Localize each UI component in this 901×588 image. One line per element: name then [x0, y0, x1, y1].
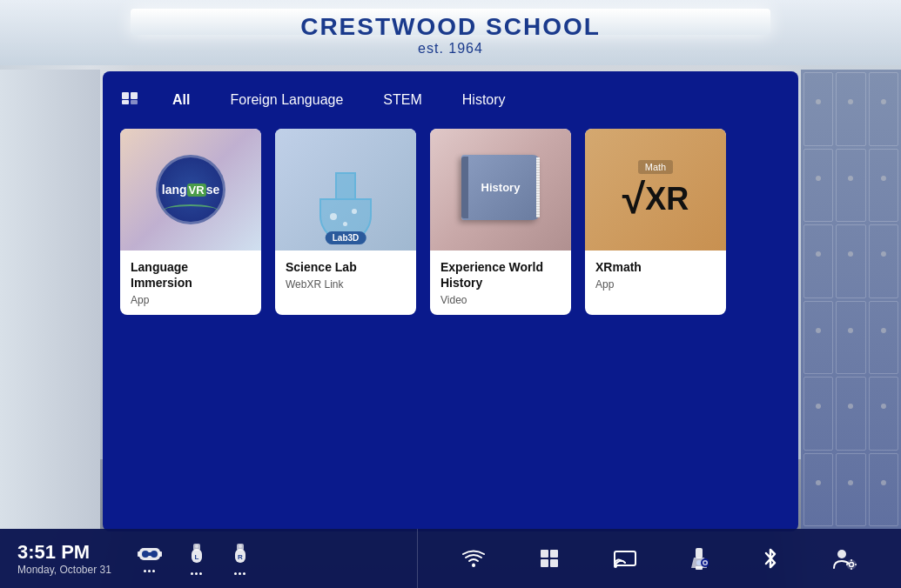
book-cover: History: [461, 155, 540, 220]
locker-unit: [804, 149, 833, 223]
left-wall: [0, 70, 100, 529]
langvr-vr-badge: VR: [187, 184, 206, 197]
langvr-circle: lang VR se: [156, 155, 225, 224]
locker-unit: [869, 453, 898, 527]
controller-left-dots: [191, 572, 202, 575]
flask-bubble: [343, 222, 347, 226]
svg-point-31: [704, 562, 707, 565]
locker-unit: [804, 377, 833, 451]
lab3d-badge: Lab3D: [326, 231, 366, 244]
locker-unit: [869, 377, 898, 451]
langvr-text: lang VR se: [162, 183, 219, 197]
svg-rect-8: [138, 551, 140, 557]
sqrt-symbol: √: [622, 178, 645, 220]
svg-text:R: R: [238, 553, 243, 561]
svg-point-32: [837, 550, 846, 558]
flask-bubble: [330, 213, 337, 220]
card-type: App: [595, 278, 716, 291]
svg-point-16: [239, 545, 242, 548]
xr-text: XR: [645, 181, 689, 217]
locker-unit: [869, 149, 898, 223]
svg-rect-2: [122, 100, 129, 104]
card-language-immersion[interactable]: lang VR se Language Immersion App: [120, 129, 261, 315]
vr-headset-icon: [138, 545, 162, 566]
nav-item-stem[interactable]: STEM: [376, 89, 428, 111]
svg-point-33: [847, 560, 856, 569]
nav-item-all[interactable]: All: [165, 89, 197, 111]
school-title: CRESTWOOD SCHOOL est. 1964: [300, 13, 601, 57]
svg-rect-22: [550, 559, 558, 567]
taskbar-right: [418, 529, 901, 588]
svg-rect-27: [696, 566, 703, 570]
locker-unit: [836, 149, 865, 223]
svg-text:L: L: [194, 553, 198, 561]
svg-rect-25: [696, 548, 703, 558]
svg-point-24: [614, 565, 617, 568]
locker-unit: [836, 453, 865, 527]
nav-item-foreign-language[interactable]: Foreign Language: [223, 89, 350, 111]
cast-button[interactable]: [614, 549, 636, 568]
card-title: XRmath: [595, 259, 716, 275]
controller-left-group[interactable]: L: [188, 542, 205, 575]
locker-unit: [804, 72, 833, 146]
nav-filter-icon: [120, 90, 139, 111]
card-title: Science Lab: [286, 259, 406, 275]
card-body: Experience World History Video: [430, 251, 571, 315]
cards-grid: lang VR se Language Immersion App: [120, 129, 781, 315]
xrmath-display: Math √ XR: [622, 129, 689, 251]
locker-unit: [869, 72, 898, 146]
math-badge: Math: [638, 160, 673, 174]
card-image-xrmath: Math √ XR: [585, 129, 726, 251]
svg-point-18: [472, 564, 475, 567]
svg-point-5: [142, 551, 149, 558]
controller-right-dots: [234, 572, 245, 575]
flask: Lab3D: [319, 172, 372, 242]
grid-button[interactable]: [539, 548, 560, 569]
locker-unit: [804, 453, 833, 527]
card-xrmath[interactable]: Math √ XR XRmath App: [585, 129, 726, 315]
card-body: Science Lab WebXR Link: [275, 251, 416, 299]
svg-rect-1: [131, 92, 138, 99]
svg-rect-20: [550, 550, 558, 558]
locker-column: [836, 72, 865, 526]
card-body: Language Immersion App: [120, 251, 261, 315]
controller-right-group[interactable]: R: [232, 542, 249, 575]
card-image-sciencelab: Lab3D: [275, 129, 416, 251]
sqrt-formula: √ XR: [622, 178, 689, 220]
locker-unit: [836, 377, 865, 451]
locker-unit: [804, 224, 833, 298]
card-image-langvr: lang VR se: [120, 129, 261, 251]
flashlight-settings-button[interactable]: [689, 547, 709, 570]
locker-unit: [836, 301, 865, 375]
locker-unit: [804, 301, 833, 375]
vr-headset-group[interactable]: [138, 545, 162, 572]
controller-right-icon: R: [232, 542, 249, 569]
card-science-lab[interactable]: Lab3D Science Lab WebXR Link: [275, 129, 416, 315]
controller-left-icon: L: [188, 542, 205, 569]
langvr-logo: lang VR se: [156, 155, 225, 224]
school-name: CRESTWOOD SCHOOL: [300, 13, 601, 41]
card-experience-world-history[interactable]: History Experience World History Video: [430, 129, 571, 315]
svg-rect-21: [541, 559, 548, 567]
wifi-button[interactable]: [462, 549, 485, 568]
time-section: 3:51 PM Monday, October 31: [17, 541, 111, 576]
nav-item-history[interactable]: History: [455, 89, 513, 111]
locker-column: [869, 72, 898, 526]
flask-body: Lab3D: [319, 198, 372, 242]
user-settings-button[interactable]: [832, 547, 857, 570]
book-spine: [461, 157, 468, 218]
locker-unit: [836, 224, 865, 298]
school-established: est. 1964: [300, 41, 601, 57]
card-image-history: History: [430, 129, 571, 251]
svg-point-12: [195, 545, 198, 548]
book-cover-text: History: [481, 181, 521, 194]
nav-bar: All Foreign Language STEM History: [120, 89, 781, 111]
card-title: Experience World History: [440, 259, 561, 291]
card-type: App: [131, 294, 251, 306]
bluetooth-button[interactable]: [763, 547, 778, 570]
svg-point-6: [151, 551, 158, 558]
time-display: 3:51 PM: [17, 541, 111, 564]
svg-rect-9: [159, 551, 162, 557]
card-type: WebXR Link: [286, 278, 406, 291]
vr-headset-dots: [144, 570, 155, 572]
